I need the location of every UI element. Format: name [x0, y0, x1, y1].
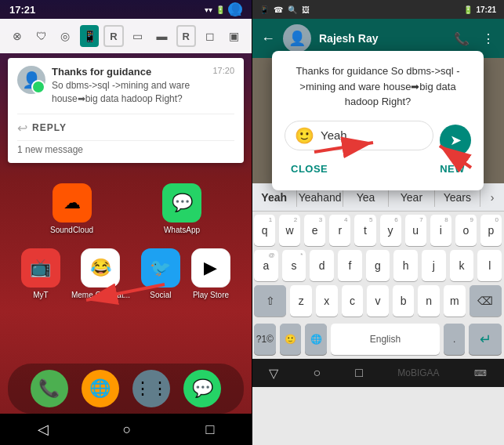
key-b[interactable]: b [393, 285, 415, 317]
key-f[interactable]: f [338, 250, 362, 281]
key-sym[interactable]: ?1© [254, 324, 276, 355]
key-d[interactable]: d [310, 250, 334, 281]
icon4-phone[interactable]: 📱 [80, 25, 100, 47]
soundcloud-icon: ☁ [53, 183, 92, 222]
reply-button[interactable]: ↩ REPLY [17, 114, 234, 136]
key-h[interactable]: h [393, 250, 418, 281]
key-j[interactable]: j [422, 250, 446, 281]
icon7[interactable]: ▬ [152, 25, 172, 47]
media-icon: 🖼 [302, 5, 310, 14]
dock-whatsapp[interactable]: 💬 [183, 370, 221, 407]
dock-apps[interactable]: ⋮⋮ [132, 370, 170, 407]
key-u[interactable]: u7 [405, 215, 426, 246]
key-shift[interactable]: ⇧ [254, 285, 286, 317]
mobi-logo: MoBIGAA [397, 367, 439, 378]
left-status-bar: 17:21 ▾▾ 🔋 👤 [0, 0, 252, 19]
key-w[interactable]: w2 [279, 215, 300, 246]
key-s[interactable]: s* [282, 250, 306, 281]
key-r[interactable]: r4 [329, 215, 350, 246]
contact-avatar: 👤 [283, 24, 311, 52]
key-l[interactable]: l [477, 250, 502, 281]
recents-button[interactable]: □ [206, 421, 215, 438]
keyboard-icon-nav: ⌨ [474, 368, 487, 378]
new-button[interactable]: NEW [433, 160, 471, 178]
reply-icon: ↩ [17, 121, 27, 136]
key-o[interactable]: o9 [455, 215, 477, 246]
key-g[interactable]: g [366, 250, 390, 281]
suggestion-yeahand[interactable]: Yeahand [297, 188, 343, 207]
key-t[interactable]: t5 [354, 215, 375, 246]
emoji-icon[interactable]: 🙂 [295, 126, 314, 145]
social-icon: 🐦 [141, 248, 180, 288]
right-back-button[interactable]: ▽ [269, 366, 278, 381]
call-icon[interactable]: 📞 [454, 31, 470, 46]
dock-phone[interactable]: 📞 [31, 370, 68, 407]
key-i[interactable]: i8 [430, 215, 451, 246]
right-time: 17:21 [476, 5, 496, 14]
key-c[interactable]: c [342, 285, 364, 317]
reply-input-row: 🙂 Yeah [285, 121, 433, 150]
right-home-button[interactable]: ○ [313, 366, 321, 380]
key-q[interactable]: q1 [254, 215, 275, 246]
icon5-r[interactable]: R [103, 25, 123, 47]
dock-browser[interactable]: 🌐 [82, 370, 119, 407]
right-recents-button[interactable]: □ [355, 366, 363, 380]
wifi-icon: ▾▾ [205, 5, 212, 14]
icon2[interactable]: 🛡 [32, 25, 52, 47]
dock: 📞 🌐 ⋮⋮ 💬 [8, 364, 244, 414]
key-y[interactable]: y6 [380, 215, 401, 246]
app-myt[interactable]: 📺 MyT [21, 248, 60, 299]
right-panel: 📱 ☎ 🔍 🖼 🔋 17:21 ← 👤 Rajesh Ray 📞 ⋮ Thank… [252, 0, 504, 445]
reply-input[interactable]: Yeah [321, 128, 423, 142]
wa-back-button[interactable]: ← [261, 31, 275, 47]
right-status-bar: 📱 ☎ 🔍 🖼 🔋 17:21 [252, 0, 504, 19]
suggestion-yea[interactable]: Yea [343, 188, 389, 207]
key-space[interactable]: English [331, 324, 440, 355]
app-playstore[interactable]: ▶ Play Store [191, 248, 230, 299]
keyboard: q1 w2 e3 r4 t5 y6 u7 i8 o9 p0 a@ s* d f … [252, 212, 504, 324]
icon3[interactable]: ◎ [56, 25, 75, 47]
notification-card: 👤 Thanks for guidance 17:20 So dbms->sql… [8, 58, 244, 163]
key-k[interactable]: k [450, 250, 474, 281]
key-e[interactable]: e3 [304, 215, 325, 246]
home-button[interactable]: ○ [123, 421, 132, 438]
key-v[interactable]: v [367, 285, 389, 317]
notif-sender: Thanks for guidance [52, 66, 151, 78]
contact-name: Rajesh Ray [319, 32, 446, 45]
key-period[interactable]: . [444, 324, 466, 355]
dialog-buttons: CLOSE NEW [285, 160, 471, 178]
suggestion-years[interactable]: Years [435, 188, 480, 207]
suggestion-year[interactable]: Year [389, 188, 434, 207]
back-button[interactable]: ◁ [38, 421, 49, 438]
icon8-r2[interactable]: R [176, 25, 196, 47]
more-icon[interactable]: ⋮ [482, 31, 495, 46]
app-meme[interactable]: 😂 Meme Generat... [71, 248, 130, 299]
icon10[interactable]: ▣ [224, 25, 244, 47]
key-enter[interactable]: ↵ [469, 324, 502, 355]
myt-label: MyT [33, 291, 48, 299]
send-button[interactable]: ➤ [440, 125, 471, 156]
notif-content: Thanks for guidance 17:20 So dbms->sql -… [52, 66, 234, 106]
icon6[interactable]: ▭ [129, 25, 148, 47]
key-delete[interactable]: ⌫ [470, 285, 502, 317]
suggestions-expand[interactable]: › [480, 191, 504, 204]
close-button[interactable]: CLOSE [285, 160, 334, 178]
app-soundcloud[interactable]: ☁ SoundCloud [50, 183, 93, 234]
key-row-1: q1 w2 e3 r4 t5 y6 u7 i8 o9 p0 [254, 215, 502, 246]
key-z[interactable]: z [290, 285, 312, 317]
icon1[interactable]: ⊗ [8, 25, 27, 47]
key-globe[interactable]: 🌐 [305, 324, 327, 355]
social-label: Social [150, 291, 171, 299]
left-status-icons: ▾▾ 🔋 👤 [205, 2, 242, 16]
key-a[interactable]: a@ [254, 250, 278, 281]
key-emoji[interactable]: 🙂 [280, 324, 302, 355]
key-m[interactable]: m [444, 285, 466, 317]
icon9[interactable]: ◻ [201, 25, 220, 47]
suggestion-yeah[interactable]: Yeah [252, 188, 297, 207]
app-social[interactable]: 🐦 Social [141, 248, 180, 299]
app-icons-row1: ☁ SoundCloud 💬 WhatsApp [0, 168, 252, 242]
key-p[interactable]: p0 [480, 215, 502, 246]
key-n[interactable]: n [418, 285, 440, 317]
app-whatsapp[interactable]: 💬 WhatsApp [162, 183, 201, 234]
key-x[interactable]: x [316, 285, 338, 317]
